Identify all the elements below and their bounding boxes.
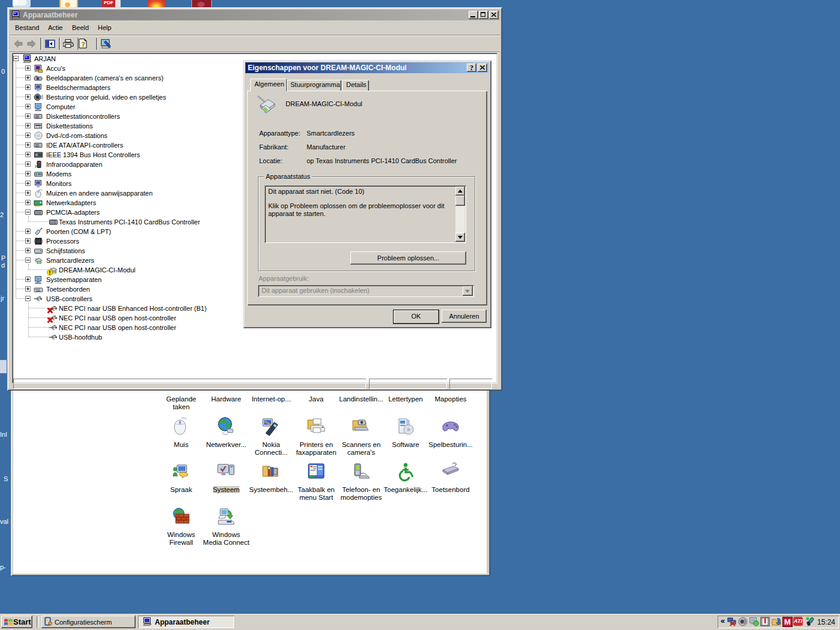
svg-text:?: ? [82,40,86,49]
